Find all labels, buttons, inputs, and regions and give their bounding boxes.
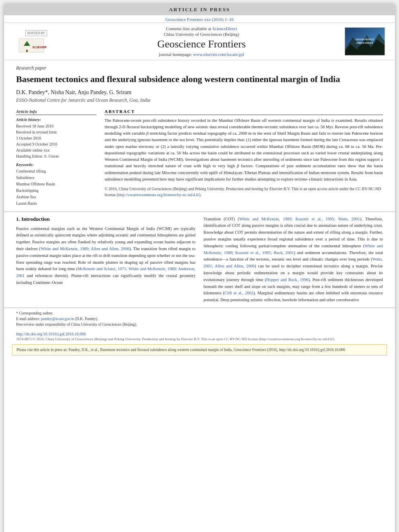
university-line: China University of Geosciences (Beijing… [64,32,339,37]
header-section: HOSTED BY ELSEVIER Contents lists availa… [4,23,395,60]
issn-line: 1674-8871/© 2016, China University of Ge… [4,337,395,341]
aip-banner: ARTICLE IN PRESS [4,4,395,15]
keyword-4: Backstripping [16,187,97,194]
paper-title: Basement tectonics and flexural subsiden… [16,74,383,85]
paper-type: Research paper [16,65,383,71]
homepage-label: journal homepage: [159,52,192,57]
journal-title: Geoscience Frontiers [64,38,339,50]
handling-editor: Handling Editor: S. Glorie [16,153,97,159]
abstract-text: The Paleocene-recent post-rift subsidenc… [105,117,383,183]
body-content: 1. Introduction Passive continental marg… [4,216,395,304]
copyright-line: © 2016, China University of Geosciences … [105,186,383,198]
footnote-area: * Corresponding author. E-mail address: … [4,308,395,330]
hosted-by-label: HOSTED BY [25,30,47,36]
aip-banner-text: ARTICLE IN PRESS [169,6,230,12]
article-history-label: Article history: [16,117,97,122]
keyword-6: Laxmi Basin [16,200,97,207]
keyword-2: Subsidence [16,175,97,181]
received-date: Received 18 June 2016 [16,123,97,129]
ref-white1989[interactable]: White and McKenzie, 1989; Allen and Alle… [41,246,130,251]
elsevier-logo: ELSEVIER [18,38,54,53]
contents-line: Contents lists available at ScienceDirec… [64,26,339,31]
authors: D.K. Pandey*, Nisha Nair, Anju Pandey, G… [16,89,383,96]
section1-title: 1. Introduction [16,216,195,222]
svg-text:ELSEVIER: ELSEVIER [33,46,47,49]
citation-box: Please cite this article in press as: Pa… [12,344,387,355]
issn-text: 1674-8871/© 2016, China University of Ge… [16,337,335,341]
body-col-right: Transition (COT) (White and McKenzie, 19… [204,216,383,304]
footnote-email: E-mail address: pandey@ncaor.gov.in (D.K… [16,316,383,322]
journal-homepage: journal homepage: www.elsevier.com/locat… [64,52,339,57]
ref-cot1[interactable]: White and McKenzie, 1989; Kusznir et al.… [239,217,360,221]
citation-text: Geoscience Frontiers xxx (2016) 1–16 [165,17,233,22]
main-content: Research paper Basement tectonics and fl… [4,60,395,207]
email-link[interactable]: pandey@ncaor.gov.in [41,317,74,321]
two-col-section: Article info Article history: Received 1… [16,109,383,207]
page: ARTICLE IN PRESS Geoscience Frontiers xx… [4,4,395,532]
doi-link[interactable]: http://dx.doi.org/10.1016/j.gsf.2016.10.… [16,332,86,336]
revised-date2: 3 October 2016 [16,135,97,141]
homepage-url[interactable]: www.elsevier.com/locate/gsf [193,52,244,57]
ref-clift2002[interactable]: Clift et al., 2002 [224,291,253,295]
authors-text: D.K. Pandey*, Nisha Nair, Anju Pandey, G… [16,89,132,95]
accepted-date: Accepted 9 October 2016 [16,141,97,147]
sciencedirect-link[interactable]: ScienceDirect [212,26,237,31]
svg-rect-2 [26,50,28,52]
body-col-left: 1. Introduction Passive continental marg… [16,216,195,304]
cc-license-link[interactable]: http://creativecommons.org/licenses/by-n… [118,193,199,197]
ref-hopper1996[interactable]: Hopper and Buck, 1996 [266,277,308,282]
abstract-heading: ABSTRACT [105,109,383,115]
doi-links: http://dx.doi.org/10.1016/j.gsf.2016.10.… [4,330,395,337]
header-right: GEOSCIENCE FRONTIERS [343,27,387,55]
keyword-3: Mumbai Offshore Basin [16,181,97,187]
ref-cooling1[interactable]: White and McKenzie, 1989; Kusznir et al.… [204,244,383,255]
ref-mckenzie1971[interactable]: McKenzie and Sclater, 1971; White and Mc… [16,267,195,278]
journal-logo-text: GEOSCIENCE FRONTIERS [354,36,376,47]
header-center: Contents lists available at ScienceDirec… [60,26,343,57]
footnote-corresponding: * Corresponding author. [16,310,383,316]
online-date: Available online xxx [16,147,97,153]
svg-rect-0 [19,39,44,52]
keyword-5: Arabian Sea [16,194,97,200]
citation-text: Please cite this article in press as: Pa… [16,347,383,353]
abstract-col: ABSTRACT The Paleocene-recent post-rift … [105,109,383,207]
keyword-1: Continental rifting [16,168,97,175]
journal-logo-box: GEOSCIENCE FRONTIERS [345,27,385,55]
footnote-peer-review: Peer-review under responsibility of Chin… [16,322,383,327]
section-divider [4,212,395,212]
journal-citation: Geoscience Frontiers xxx (2016) 1–16 [4,15,395,23]
keywords-section: Keywords: Continental rifting Subsidence… [16,162,97,207]
affiliation: ESSO-National Centre for Antarctic and O… [16,97,383,103]
article-info: Article info Article history: Received 1… [16,109,97,207]
article-info-heading: Article info [16,109,97,115]
revised-date1: Received in revised form [16,129,97,135]
section1-para2: Transition (COT) (White and McKenzie, 19… [204,216,383,304]
keywords-label: Keywords: [16,162,97,167]
section1-para1: Passive continental margins such as the … [16,226,195,286]
ref-watts2001[interactable]: Watts, 2001; Allen and Allen, 2006 [204,257,383,268]
header-left: HOSTED BY ELSEVIER [12,30,60,53]
